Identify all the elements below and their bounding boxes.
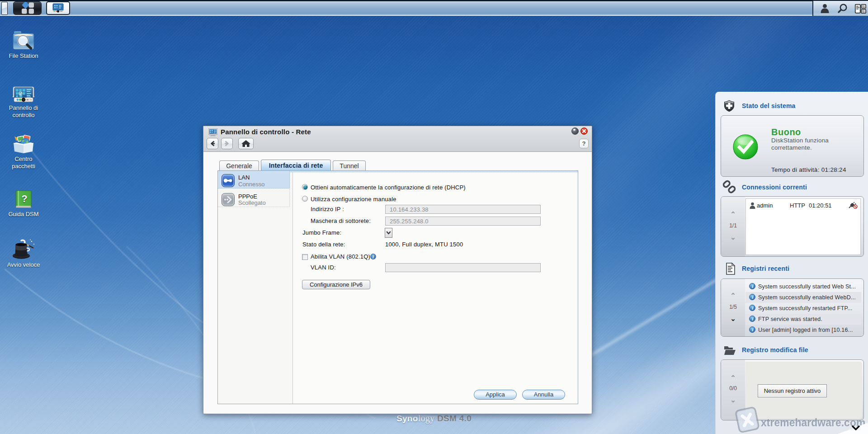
svg-text:?: ? [21, 193, 27, 204]
